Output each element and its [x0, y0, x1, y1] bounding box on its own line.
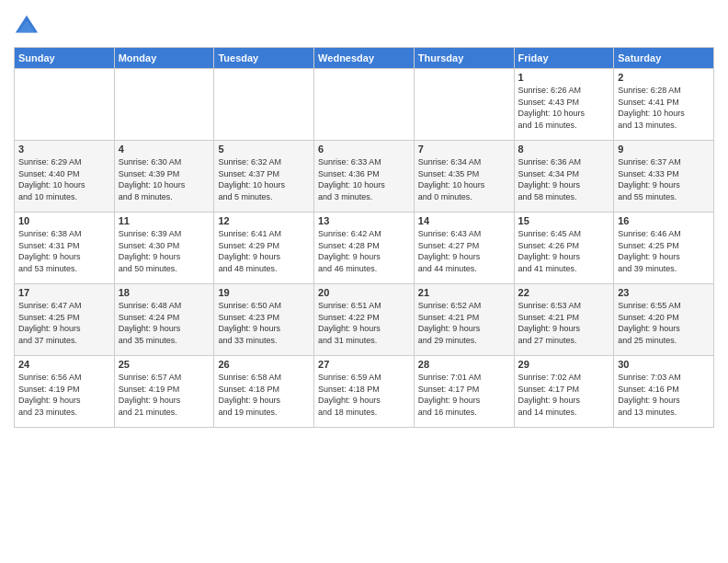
calendar-cell: 29Sunrise: 7:02 AM Sunset: 4:17 PM Dayli… — [514, 356, 614, 428]
calendar-cell: 7Sunrise: 6:34 AM Sunset: 4:35 PM Daylig… — [414, 141, 514, 213]
calendar-cell: 16Sunrise: 6:46 AM Sunset: 4:25 PM Dayli… — [614, 213, 714, 284]
day-info: Sunrise: 6:28 AM Sunset: 4:41 PM Dayligh… — [618, 85, 710, 131]
calendar-cell: 24Sunrise: 6:56 AM Sunset: 4:19 PM Dayli… — [15, 356, 115, 428]
day-number: 16 — [618, 215, 710, 226]
day-info: Sunrise: 6:34 AM Sunset: 4:35 PM Dayligh… — [418, 156, 510, 202]
day-number: 3 — [18, 144, 110, 155]
day-number: 8 — [518, 144, 610, 155]
day-info: Sunrise: 6:55 AM Sunset: 4:20 PM Dayligh… — [618, 300, 710, 346]
calendar-week-4: 24Sunrise: 6:56 AM Sunset: 4:19 PM Dayli… — [15, 356, 714, 428]
calendar-cell: 21Sunrise: 6:52 AM Sunset: 4:21 PM Dayli… — [414, 284, 514, 356]
calendar-week-3: 17Sunrise: 6:47 AM Sunset: 4:25 PM Dayli… — [15, 284, 714, 356]
day-number: 29 — [518, 359, 610, 370]
calendar-cell: 18Sunrise: 6:48 AM Sunset: 4:24 PM Dayli… — [114, 284, 214, 356]
day-info: Sunrise: 6:53 AM Sunset: 4:21 PM Dayligh… — [518, 300, 610, 346]
day-number: 26 — [218, 359, 310, 370]
calendar-cell: 28Sunrise: 7:01 AM Sunset: 4:17 PM Dayli… — [414, 356, 514, 428]
day-number: 7 — [418, 144, 510, 155]
day-info: Sunrise: 6:29 AM Sunset: 4:40 PM Dayligh… — [18, 156, 110, 202]
day-number: 19 — [218, 287, 310, 298]
day-number: 6 — [318, 144, 410, 155]
day-info: Sunrise: 6:41 AM Sunset: 4:29 PM Dayligh… — [218, 228, 310, 274]
calendar-table: SundayMondayTuesdayWednesdayThursdayFrid… — [14, 47, 714, 428]
day-info: Sunrise: 6:26 AM Sunset: 4:43 PM Dayligh… — [518, 85, 610, 131]
day-info: Sunrise: 6:47 AM Sunset: 4:25 PM Dayligh… — [18, 300, 110, 346]
calendar-header-thursday: Thursday — [414, 48, 514, 69]
day-info: Sunrise: 6:30 AM Sunset: 4:39 PM Dayligh… — [119, 156, 210, 202]
day-number: 24 — [18, 359, 110, 370]
day-info: Sunrise: 7:03 AM Sunset: 4:16 PM Dayligh… — [618, 372, 710, 418]
calendar-cell: 17Sunrise: 6:47 AM Sunset: 4:25 PM Dayli… — [15, 284, 115, 356]
calendar-cell: 1Sunrise: 6:26 AM Sunset: 4:43 PM Daylig… — [514, 69, 614, 141]
day-number: 18 — [119, 287, 210, 298]
calendar-header-row: SundayMondayTuesdayWednesdayThursdayFrid… — [15, 48, 714, 69]
day-number: 12 — [218, 215, 310, 226]
day-info: Sunrise: 6:33 AM Sunset: 4:36 PM Dayligh… — [318, 156, 410, 202]
day-info: Sunrise: 6:56 AM Sunset: 4:19 PM Dayligh… — [18, 372, 110, 418]
calendar-cell: 15Sunrise: 6:45 AM Sunset: 4:26 PM Dayli… — [514, 213, 614, 284]
day-number: 15 — [518, 215, 610, 226]
day-number: 22 — [518, 287, 610, 298]
day-info: Sunrise: 6:39 AM Sunset: 4:30 PM Dayligh… — [119, 228, 210, 274]
calendar-header-friday: Friday — [514, 48, 614, 69]
calendar-cell: 26Sunrise: 6:58 AM Sunset: 4:18 PM Dayli… — [214, 356, 314, 428]
calendar-cell — [414, 69, 514, 141]
day-info: Sunrise: 6:45 AM Sunset: 4:26 PM Dayligh… — [518, 228, 610, 274]
day-number: 13 — [318, 215, 410, 226]
day-number: 25 — [119, 359, 210, 370]
calendar-week-0: 1Sunrise: 6:26 AM Sunset: 4:43 PM Daylig… — [15, 69, 714, 141]
logo-icon — [14, 14, 40, 40]
calendar-cell: 5Sunrise: 6:32 AM Sunset: 4:37 PM Daylig… — [214, 141, 314, 213]
calendar-header-sunday: Sunday — [15, 48, 115, 69]
calendar-cell — [114, 69, 214, 141]
calendar-cell — [214, 69, 314, 141]
header — [14, 9, 714, 40]
day-number: 10 — [18, 215, 110, 226]
day-info: Sunrise: 7:02 AM Sunset: 4:17 PM Dayligh… — [518, 372, 610, 418]
calendar-cell: 3Sunrise: 6:29 AM Sunset: 4:40 PM Daylig… — [15, 141, 115, 213]
day-number: 20 — [318, 287, 410, 298]
day-info: Sunrise: 6:52 AM Sunset: 4:21 PM Dayligh… — [418, 300, 510, 346]
calendar-cell: 14Sunrise: 6:43 AM Sunset: 4:27 PM Dayli… — [414, 213, 514, 284]
calendar-cell: 20Sunrise: 6:51 AM Sunset: 4:22 PM Dayli… — [314, 284, 415, 356]
day-number: 27 — [318, 359, 410, 370]
day-info: Sunrise: 6:57 AM Sunset: 4:19 PM Dayligh… — [119, 372, 210, 418]
day-info: Sunrise: 6:46 AM Sunset: 4:25 PM Dayligh… — [618, 228, 710, 274]
logo — [14, 14, 43, 40]
day-number: 9 — [618, 144, 710, 155]
calendar-cell — [15, 69, 115, 141]
calendar-header-saturday: Saturday — [614, 48, 714, 69]
page-container: SundayMondayTuesdayWednesdayThursdayFrid… — [0, 0, 728, 432]
day-number: 23 — [618, 287, 710, 298]
day-info: Sunrise: 6:59 AM Sunset: 4:18 PM Dayligh… — [318, 372, 410, 418]
calendar-cell — [314, 69, 415, 141]
calendar-cell: 19Sunrise: 6:50 AM Sunset: 4:23 PM Dayli… — [214, 284, 314, 356]
calendar-cell: 4Sunrise: 6:30 AM Sunset: 4:39 PM Daylig… — [114, 141, 214, 213]
calendar-week-1: 3Sunrise: 6:29 AM Sunset: 4:40 PM Daylig… — [15, 141, 714, 213]
day-number: 21 — [418, 287, 510, 298]
day-number: 4 — [119, 144, 210, 155]
calendar-cell: 8Sunrise: 6:36 AM Sunset: 4:34 PM Daylig… — [514, 141, 614, 213]
calendar-cell: 23Sunrise: 6:55 AM Sunset: 4:20 PM Dayli… — [614, 284, 714, 356]
day-number: 2 — [618, 72, 710, 83]
day-info: Sunrise: 7:01 AM Sunset: 4:17 PM Dayligh… — [418, 372, 510, 418]
day-info: Sunrise: 6:58 AM Sunset: 4:18 PM Dayligh… — [218, 372, 310, 418]
calendar-header-monday: Monday — [114, 48, 214, 69]
day-info: Sunrise: 6:50 AM Sunset: 4:23 PM Dayligh… — [218, 300, 310, 346]
calendar-cell: 27Sunrise: 6:59 AM Sunset: 4:18 PM Dayli… — [314, 356, 415, 428]
day-number: 14 — [418, 215, 510, 226]
calendar-cell: 10Sunrise: 6:38 AM Sunset: 4:31 PM Dayli… — [15, 213, 115, 284]
day-number: 1 — [518, 72, 610, 83]
calendar-week-2: 10Sunrise: 6:38 AM Sunset: 4:31 PM Dayli… — [15, 213, 714, 284]
calendar-cell: 12Sunrise: 6:41 AM Sunset: 4:29 PM Dayli… — [214, 213, 314, 284]
day-number: 28 — [418, 359, 510, 370]
calendar-cell: 11Sunrise: 6:39 AM Sunset: 4:30 PM Dayli… — [114, 213, 214, 284]
calendar-cell: 9Sunrise: 6:37 AM Sunset: 4:33 PM Daylig… — [614, 141, 714, 213]
day-info: Sunrise: 6:38 AM Sunset: 4:31 PM Dayligh… — [18, 228, 110, 274]
calendar-cell: 22Sunrise: 6:53 AM Sunset: 4:21 PM Dayli… — [514, 284, 614, 356]
day-info: Sunrise: 6:51 AM Sunset: 4:22 PM Dayligh… — [318, 300, 410, 346]
day-info: Sunrise: 6:37 AM Sunset: 4:33 PM Dayligh… — [618, 156, 710, 202]
calendar-cell: 30Sunrise: 7:03 AM Sunset: 4:16 PM Dayli… — [614, 356, 714, 428]
calendar-cell: 25Sunrise: 6:57 AM Sunset: 4:19 PM Dayli… — [114, 356, 214, 428]
day-number: 5 — [218, 144, 310, 155]
